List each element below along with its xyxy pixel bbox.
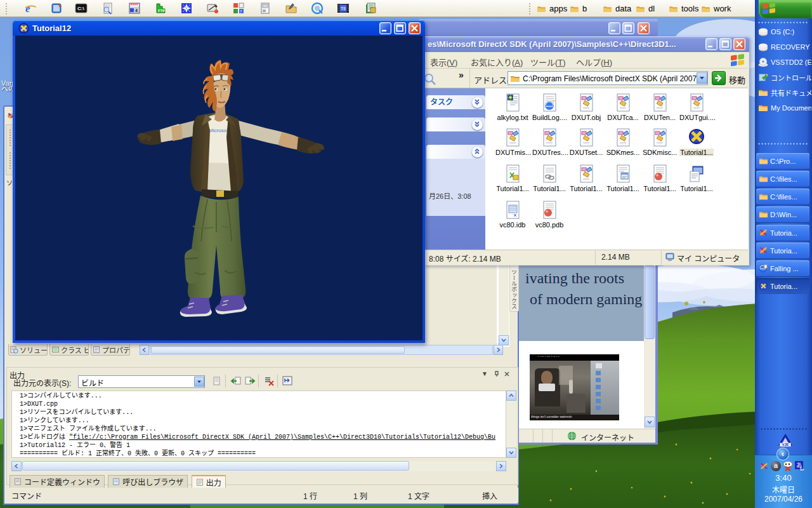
- svg-text:VJE: VJE: [782, 443, 789, 446]
- svg-text:FTP: FTP: [158, 9, 165, 13]
- svg-text:TE: TE: [341, 6, 346, 11]
- svg-text:4: 4: [135, 8, 138, 13]
- svg-text:e: e: [25, 3, 30, 15]
- svg-text:C:\: C:\: [77, 6, 84, 11]
- svg-text:Microsoft: Microsoft: [209, 128, 230, 133]
